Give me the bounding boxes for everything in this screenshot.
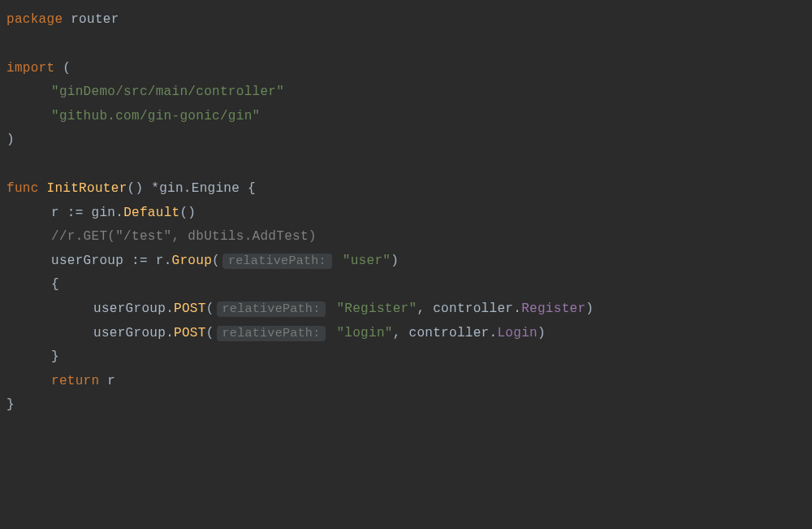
dot: .: [490, 326, 498, 340]
keyword-func: func: [6, 181, 47, 196]
method-name: POST: [174, 326, 206, 340]
package-ref: gin: [92, 206, 116, 220]
keyword-return: return: [51, 374, 107, 388]
parameter-hint: relativePath:: [217, 301, 326, 317]
member-name: Login: [497, 326, 538, 340]
assign-op: :=: [123, 254, 156, 268]
code-editor[interactable]: package router import ( "ginDemo/src/mai…: [4, 8, 808, 418]
paren-close: ): [585, 301, 594, 316]
import-path: "ginDemo/src/main/controller": [51, 85, 284, 99]
brace: {: [240, 181, 256, 196]
var-usergroup: userGroup: [93, 326, 166, 340]
method-name: POST: [174, 301, 206, 316]
import-path: "github.com/gin-gonic/gin": [51, 109, 260, 124]
code-line: func InitRouter() *gin.Engine {: [4, 177, 808, 202]
code-line: userGroup.POST(relativePath: "login", co…: [4, 322, 808, 346]
blank-line: [4, 33, 808, 57]
package-name: router: [71, 12, 119, 27]
member-name: Register: [521, 301, 585, 316]
dot: .: [164, 254, 172, 268]
code-line: userGroup := r.Group(relativePath: "user…: [4, 249, 808, 274]
code-line: return r: [4, 370, 808, 394]
var-usergroup: userGroup: [93, 301, 166, 316]
string-literal: "login": [336, 326, 392, 340]
package-ref: controller: [409, 326, 490, 340]
var-r: r: [107, 374, 115, 388]
code-line: "ginDemo/src/main/controller": [4, 80, 808, 105]
type-name: Engine: [192, 181, 240, 196]
method-name: Group: [172, 254, 213, 268]
paren-open: (: [206, 301, 214, 316]
paren-close: ): [6, 132, 15, 147]
code-line: }: [4, 393, 808, 418]
brace-close: }: [6, 397, 15, 412]
parens: (): [179, 206, 196, 220]
dot: .: [513, 301, 521, 316]
package-ref: controller: [433, 301, 513, 316]
code-line: r := gin.Default(): [4, 202, 808, 226]
code-line: "github.com/gin-gonic/gin": [4, 105, 808, 129]
string-literal: "user": [343, 254, 391, 268]
comma: ,: [417, 301, 433, 316]
assign-op: :=: [59, 206, 92, 220]
var-r: r: [156, 254, 164, 268]
dot: .: [115, 206, 123, 220]
paren-open: (: [206, 326, 214, 340]
comma: ,: [393, 326, 409, 340]
brace-open: {: [51, 277, 59, 292]
dot: .: [184, 181, 192, 196]
paren-open: (: [212, 254, 220, 268]
function-name: InitRouter: [47, 181, 127, 196]
blank-line: [4, 153, 808, 177]
code-line: package router: [4, 8, 808, 33]
code-line: //r.GET("/test", dbUtils.AddTest): [4, 225, 808, 249]
signature: () *: [127, 181, 160, 196]
brace-close: }: [51, 349, 59, 364]
code-line: import (: [4, 57, 808, 81]
method-name: Default: [123, 206, 179, 220]
parameter-hint: relativePath:: [222, 254, 332, 269]
dot: .: [166, 326, 174, 340]
code-line: }: [4, 345, 808, 370]
string-literal: "Register": [336, 301, 417, 316]
code-line: ): [4, 128, 808, 153]
code-line: userGroup.POST(relativePath: "Register",…: [4, 297, 808, 322]
dot: .: [166, 301, 174, 316]
keyword-package: package: [6, 12, 63, 27]
parameter-hint: relativePath:: [217, 326, 326, 341]
paren-open: (: [54, 61, 71, 76]
var-usergroup: userGroup: [51, 254, 123, 268]
paren-close: ): [391, 254, 399, 268]
var-r: r: [51, 206, 59, 220]
package-ref: gin: [159, 181, 184, 196]
code-line: {: [4, 273, 808, 297]
keyword-import: import: [6, 61, 54, 76]
paren-close: ): [538, 326, 546, 340]
comment: //r.GET("/test", dbUtils.AddTest): [51, 229, 317, 244]
